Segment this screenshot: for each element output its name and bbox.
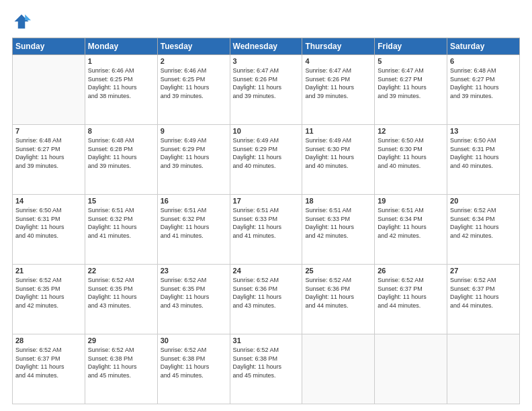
day-info: Sunrise: 6:52 AMSunset: 6:35 PMDaylight:… (161, 276, 227, 310)
weekday-header-monday: Monday (85, 38, 157, 55)
day-number: 12 (378, 127, 444, 135)
weekday-header-row: SundayMondayTuesdayWednesdayThursdayFrid… (13, 38, 520, 55)
day-info: Sunrise: 6:49 AMSunset: 6:30 PMDaylight:… (305, 136, 371, 170)
svg-marker-1 (25, 15, 31, 21)
day-info: Sunrise: 6:52 AMSunset: 6:36 PMDaylight:… (233, 276, 300, 310)
calendar-cell: 4Sunrise: 6:47 AMSunset: 6:26 PMDaylight… (302, 55, 375, 125)
day-info: Sunrise: 6:52 AMSunset: 6:34 PMDaylight:… (450, 206, 517, 240)
day-info: Sunrise: 6:49 AMSunset: 6:29 PMDaylight:… (233, 136, 300, 170)
day-number: 24 (233, 267, 300, 275)
calendar-cell: 27Sunrise: 6:52 AMSunset: 6:37 PMDayligh… (447, 265, 520, 334)
calendar-cell: 1Sunrise: 6:46 AMSunset: 6:25 PMDaylight… (85, 55, 157, 125)
logo-icon (12, 12, 31, 31)
calendar-week-1: 1Sunrise: 6:46 AMSunset: 6:25 PMDaylight… (13, 55, 520, 125)
day-info: Sunrise: 6:51 AMSunset: 6:34 PMDaylight:… (378, 206, 444, 240)
day-number: 31 (233, 336, 300, 345)
calendar-cell: 9Sunrise: 6:49 AMSunset: 6:29 PMDaylight… (157, 125, 230, 195)
day-number: 25 (305, 267, 371, 275)
calendar-cell: 25Sunrise: 6:52 AMSunset: 6:36 PMDayligh… (302, 265, 375, 334)
weekday-header-tuesday: Tuesday (157, 38, 230, 55)
day-number: 29 (88, 336, 154, 345)
day-info: Sunrise: 6:51 AMSunset: 6:33 PMDaylight:… (233, 206, 300, 240)
day-number: 7 (15, 127, 82, 135)
calendar-cell: 23Sunrise: 6:52 AMSunset: 6:35 PMDayligh… (157, 265, 230, 334)
day-info: Sunrise: 6:46 AMSunset: 6:25 PMDaylight:… (161, 66, 227, 100)
weekday-header-wednesday: Wednesday (230, 38, 302, 55)
header (12, 12, 520, 31)
calendar-cell (375, 334, 447, 404)
calendar-week-2: 7Sunrise: 6:48 AMSunset: 6:27 PMDaylight… (13, 125, 520, 195)
calendar-cell: 18Sunrise: 6:51 AMSunset: 6:33 PMDayligh… (302, 195, 375, 265)
day-number: 30 (161, 336, 227, 345)
day-number: 1 (88, 57, 154, 65)
calendar-cell (302, 334, 375, 404)
day-number: 17 (233, 197, 300, 205)
day-info: Sunrise: 6:52 AMSunset: 6:35 PMDaylight:… (88, 276, 154, 310)
day-info: Sunrise: 6:48 AMSunset: 6:28 PMDaylight:… (88, 136, 154, 170)
calendar-cell: 30Sunrise: 6:52 AMSunset: 6:38 PMDayligh… (157, 334, 230, 404)
day-number: 15 (88, 197, 154, 205)
day-info: Sunrise: 6:52 AMSunset: 6:36 PMDaylight:… (305, 276, 371, 310)
day-number: 22 (88, 267, 154, 275)
calendar-week-4: 21Sunrise: 6:52 AMSunset: 6:35 PMDayligh… (13, 265, 520, 334)
calendar-cell: 28Sunrise: 6:52 AMSunset: 6:37 PMDayligh… (13, 334, 85, 404)
calendar-cell (13, 55, 85, 125)
calendar-cell: 12Sunrise: 6:50 AMSunset: 6:30 PMDayligh… (375, 125, 447, 195)
day-info: Sunrise: 6:52 AMSunset: 6:38 PMDaylight:… (88, 346, 154, 379)
day-number: 5 (378, 57, 444, 65)
day-number: 3 (233, 57, 300, 65)
calendar-page: SundayMondayTuesdayWednesdayThursdayFrid… (0, 0, 532, 411)
calendar-cell: 8Sunrise: 6:48 AMSunset: 6:28 PMDaylight… (85, 125, 157, 195)
logo (12, 12, 34, 31)
day-number: 11 (305, 127, 371, 135)
day-number: 10 (233, 127, 300, 135)
calendar-cell: 2Sunrise: 6:46 AMSunset: 6:25 PMDaylight… (157, 55, 230, 125)
day-info: Sunrise: 6:47 AMSunset: 6:27 PMDaylight:… (378, 66, 444, 100)
calendar-cell: 13Sunrise: 6:50 AMSunset: 6:31 PMDayligh… (447, 125, 520, 195)
day-number: 16 (161, 197, 227, 205)
calendar-cell: 31Sunrise: 6:52 AMSunset: 6:38 PMDayligh… (230, 334, 302, 404)
day-number: 28 (15, 336, 82, 345)
calendar-cell: 22Sunrise: 6:52 AMSunset: 6:35 PMDayligh… (85, 265, 157, 334)
calendar-cell: 26Sunrise: 6:52 AMSunset: 6:37 PMDayligh… (375, 265, 447, 334)
calendar-cell: 19Sunrise: 6:51 AMSunset: 6:34 PMDayligh… (375, 195, 447, 265)
day-info: Sunrise: 6:52 AMSunset: 6:37 PMDaylight:… (15, 346, 82, 379)
calendar-cell: 7Sunrise: 6:48 AMSunset: 6:27 PMDaylight… (13, 125, 85, 195)
day-info: Sunrise: 6:47 AMSunset: 6:26 PMDaylight:… (233, 66, 300, 100)
day-number: 4 (305, 57, 371, 65)
day-info: Sunrise: 6:48 AMSunset: 6:27 PMDaylight:… (15, 136, 82, 170)
day-number: 8 (88, 127, 154, 135)
calendar-cell: 21Sunrise: 6:52 AMSunset: 6:35 PMDayligh… (13, 265, 85, 334)
day-info: Sunrise: 6:48 AMSunset: 6:27 PMDaylight:… (450, 66, 517, 100)
day-number: 26 (378, 267, 444, 275)
day-info: Sunrise: 6:47 AMSunset: 6:26 PMDaylight:… (305, 66, 371, 100)
calendar-cell: 15Sunrise: 6:51 AMSunset: 6:32 PMDayligh… (85, 195, 157, 265)
day-info: Sunrise: 6:51 AMSunset: 6:32 PMDaylight:… (161, 206, 227, 240)
calendar-cell: 17Sunrise: 6:51 AMSunset: 6:33 PMDayligh… (230, 195, 302, 265)
day-number: 21 (15, 267, 82, 275)
day-number: 23 (161, 267, 227, 275)
weekday-header-sunday: Sunday (13, 38, 85, 55)
day-number: 20 (450, 197, 517, 205)
day-info: Sunrise: 6:50 AMSunset: 6:30 PMDaylight:… (378, 136, 444, 170)
calendar-cell: 24Sunrise: 6:52 AMSunset: 6:36 PMDayligh… (230, 265, 302, 334)
day-info: Sunrise: 6:52 AMSunset: 6:38 PMDaylight:… (233, 346, 300, 379)
calendar-cell: 20Sunrise: 6:52 AMSunset: 6:34 PMDayligh… (447, 195, 520, 265)
calendar-cell (447, 334, 520, 404)
day-number: 18 (305, 197, 371, 205)
day-info: Sunrise: 6:49 AMSunset: 6:29 PMDaylight:… (161, 136, 227, 170)
day-number: 13 (450, 127, 517, 135)
weekday-header-saturday: Saturday (447, 38, 520, 55)
calendar-cell: 10Sunrise: 6:49 AMSunset: 6:29 PMDayligh… (230, 125, 302, 195)
day-number: 27 (450, 267, 517, 275)
day-info: Sunrise: 6:51 AMSunset: 6:32 PMDaylight:… (88, 206, 154, 240)
day-number: 19 (378, 197, 444, 205)
calendar-cell: 14Sunrise: 6:50 AMSunset: 6:31 PMDayligh… (13, 195, 85, 265)
day-info: Sunrise: 6:52 AMSunset: 6:37 PMDaylight:… (450, 276, 517, 310)
day-info: Sunrise: 6:50 AMSunset: 6:31 PMDaylight:… (15, 206, 82, 240)
day-number: 14 (15, 197, 82, 205)
calendar-week-3: 14Sunrise: 6:50 AMSunset: 6:31 PMDayligh… (13, 195, 520, 265)
weekday-header-thursday: Thursday (302, 38, 375, 55)
day-info: Sunrise: 6:46 AMSunset: 6:25 PMDaylight:… (88, 66, 154, 100)
calendar-cell: 29Sunrise: 6:52 AMSunset: 6:38 PMDayligh… (85, 334, 157, 404)
